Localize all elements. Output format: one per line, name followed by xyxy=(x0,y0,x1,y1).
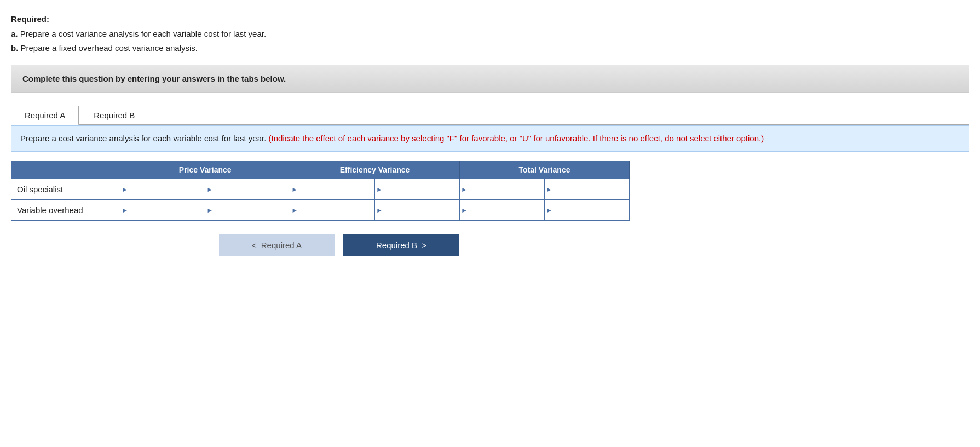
row-label-oil-specialist: Oil specialist xyxy=(11,179,120,200)
oil-specialist-tv1-cell[interactable]: ► xyxy=(460,179,545,200)
row-label-variable-overhead: Variable overhead xyxy=(11,200,120,221)
tab-required-a-label: Required A xyxy=(25,111,65,120)
next-icon: > xyxy=(422,240,426,250)
oil-specialist-pv2-input[interactable] xyxy=(205,179,290,199)
variable-overhead-ev1-cell[interactable]: ► xyxy=(290,200,375,221)
oil-specialist-tv2-input[interactable] xyxy=(545,179,629,199)
table-row-variable-overhead: Variable overhead ► ► ► ► xyxy=(11,200,630,221)
oil-specialist-pv1-cell[interactable]: ► xyxy=(120,179,205,200)
item-b-text: Prepare a fixed overhead cost variance a… xyxy=(21,43,198,53)
oil-specialist-ev1-cell[interactable]: ► xyxy=(290,179,375,200)
required-section: Required: a. Prepare a cost variance ana… xyxy=(11,13,969,55)
item-a-label: a. xyxy=(11,29,20,38)
variable-overhead-pv1-cell[interactable]: ► xyxy=(120,200,205,221)
variable-overhead-ev2-input[interactable] xyxy=(375,200,459,220)
instruction-main-text: Prepare a cost variance analysis for eac… xyxy=(20,134,266,143)
oil-specialist-pv1-input[interactable] xyxy=(120,179,205,199)
required-title-text: Required: xyxy=(11,14,49,24)
variable-overhead-pv2-input[interactable] xyxy=(205,200,290,220)
variable-overhead-tv2-input[interactable] xyxy=(545,200,629,220)
variable-overhead-pv2-cell[interactable]: ► xyxy=(205,200,290,221)
oil-specialist-tv2-cell[interactable]: ► xyxy=(545,179,630,200)
instruction-blue-box: Prepare a cost variance analysis for eac… xyxy=(11,125,969,152)
table-header-total-variance: Total Variance xyxy=(460,161,630,179)
oil-specialist-tv1-input[interactable] xyxy=(460,179,544,199)
required-item-b: b. Prepare a fixed overhead cost varianc… xyxy=(11,42,969,55)
table-header-efficiency-variance: Efficiency Variance xyxy=(290,161,460,179)
variable-overhead-tv1-cell[interactable]: ► xyxy=(460,200,545,221)
item-a-text: Prepare a cost variance analysis for eac… xyxy=(20,29,266,38)
tab-required-b[interactable]: Required B xyxy=(80,106,148,124)
oil-specialist-ev1-input[interactable] xyxy=(290,179,374,199)
buttons-row: < Required A Required B > xyxy=(219,234,969,256)
variable-overhead-tv1-input[interactable] xyxy=(460,200,544,220)
instructions-text: Complete this question by entering your … xyxy=(22,74,286,83)
prev-label: Required A xyxy=(261,240,302,250)
next-button[interactable]: Required B > xyxy=(343,234,459,256)
table-row-oil-specialist: Oil specialist ► ► ► ► ► xyxy=(11,179,630,200)
oil-specialist-ev2-input[interactable] xyxy=(375,179,459,199)
tab-required-a[interactable]: Required A xyxy=(11,106,79,125)
table-header-price-variance: Price Variance xyxy=(120,161,290,179)
prev-icon: < xyxy=(252,240,257,250)
next-label: Required B xyxy=(376,240,417,250)
oil-specialist-ev2-cell[interactable]: ► xyxy=(375,179,460,200)
required-title: Required: xyxy=(11,13,969,26)
variable-overhead-pv1-input[interactable] xyxy=(120,200,205,220)
required-item-a: a. Prepare a cost variance analysis for … xyxy=(11,28,969,41)
prev-button[interactable]: < Required A xyxy=(219,234,335,256)
variable-overhead-ev1-input[interactable] xyxy=(290,200,374,220)
instruction-red-text: (Indicate the effect of each variance by… xyxy=(269,134,764,143)
instructions-box: Complete this question by entering your … xyxy=(11,65,969,93)
item-b-label: b. xyxy=(11,43,21,53)
variance-table: Price Variance Efficiency Variance Total… xyxy=(11,161,630,221)
table-header-empty xyxy=(11,161,120,179)
variable-overhead-ev2-cell[interactable]: ► xyxy=(375,200,460,221)
tabs-container: Required A Required B xyxy=(11,106,969,125)
variable-overhead-tv2-cell[interactable]: ► xyxy=(545,200,630,221)
oil-specialist-pv2-cell[interactable]: ► xyxy=(205,179,290,200)
tab-required-b-label: Required B xyxy=(94,111,135,120)
tab-content-required-a: Prepare a cost variance analysis for eac… xyxy=(11,125,969,257)
